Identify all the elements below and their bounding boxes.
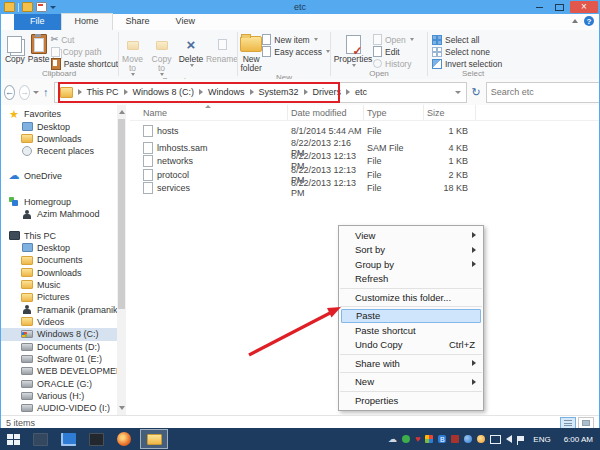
sidebar-item-webdev-f[interactable]: WEB DEVELOPMENT (F:)	[0, 365, 117, 377]
tab-file[interactable]: File	[14, 14, 61, 30]
bluetooth-icon[interactable]: B	[438, 435, 446, 443]
recent-locations-caret-icon[interactable]	[33, 91, 39, 94]
action-center-flag-icon[interactable]	[517, 436, 524, 441]
menu-item-view[interactable]: View	[339, 228, 483, 243]
sidebar-item-windows8-c[interactable]: Windows 8 (C:)	[0, 328, 117, 340]
scroll-up-icon[interactable]	[119, 110, 125, 114]
search-input[interactable]	[487, 87, 600, 97]
sidebar-item-pc-music[interactable]: Music	[0, 279, 117, 291]
history-button[interactable]: History	[373, 58, 414, 69]
open-button[interactable]: Open	[373, 34, 414, 45]
language-indicator[interactable]: ENG	[533, 435, 550, 444]
minimize-ribbon-icon[interactable]	[572, 19, 578, 23]
crumb-windows[interactable]: Windows	[208, 87, 245, 97]
column-header-type[interactable]: Type	[364, 105, 424, 120]
menu-item-refresh[interactable]: Refresh	[339, 272, 483, 287]
file-explorer-taskbar-button[interactable]	[140, 429, 168, 449]
hidden-icons-cloud-icon[interactable]: ☁	[388, 435, 397, 443]
tab-view[interactable]: View	[163, 14, 208, 30]
scrollbar-thumb[interactable]	[118, 119, 125, 309]
easy-access-button[interactable]: Easy access	[262, 46, 330, 57]
sidebar-section-this-pc[interactable]: This PC	[0, 229, 117, 241]
move-to-button[interactable]: Move to	[119, 32, 146, 76]
address-dropdown-caret-icon[interactable]	[455, 91, 461, 94]
sidebar-item-audio-video-i[interactable]: AUDIO-VIDEO (I:)	[0, 402, 117, 414]
sidebar-item-documents-d[interactable]: Documents (D:)	[0, 341, 117, 353]
menu-item-share-with[interactable]: Share with	[339, 356, 483, 371]
menu-item-undo-copy[interactable]: Undo CopyCtrl+Z	[339, 338, 483, 353]
menu-item-new[interactable]: New	[339, 375, 483, 390]
new-item-button[interactable]: New item	[262, 34, 330, 45]
column-header-size[interactable]: Size	[424, 105, 476, 120]
close-button[interactable]: ×	[570, 1, 598, 13]
file-row-lmhosts[interactable]: lmhosts.sam 8/22/2013 2:16 PM SAM File 4…	[130, 138, 600, 152]
select-all-button[interactable]: Select all	[432, 34, 502, 45]
network-icon[interactable]	[490, 435, 501, 444]
taskbar-dark-app-icon[interactable]	[89, 433, 104, 446]
taskbar-pinned-app-icon[interactable]	[33, 433, 48, 446]
file-row-hosts[interactable]: hosts 8/1/2014 5:44 AM File 1 KB	[130, 124, 600, 138]
breadcrumb[interactable]: This PC Windows 8 (C:) Windows System32 …	[54, 82, 467, 103]
sidebar-item-recent-places[interactable]: Recent places	[0, 145, 117, 157]
menu-item-properties[interactable]: Properties	[339, 393, 483, 408]
crumb-system32[interactable]: System32	[259, 87, 299, 97]
delete-button[interactable]: × Delete	[177, 32, 205, 67]
sidebar-item-azim-mahmood[interactable]: Azim Mahmood	[0, 208, 117, 220]
menu-item-customize-folder[interactable]: Customize this folder...	[339, 290, 483, 305]
clock[interactable]: 6:00 AM	[564, 435, 593, 444]
sidebar-section-onedrive[interactable]: ☁OneDrive	[0, 169, 117, 181]
sidebar-item-desktop[interactable]: Desktop	[0, 120, 117, 132]
tray-green-app-icon[interactable]	[402, 435, 410, 443]
menu-item-sort-by[interactable]: Sort by	[339, 243, 483, 258]
edit-button[interactable]: Edit	[373, 46, 414, 57]
rename-button[interactable]: Rename	[207, 32, 237, 64]
tray-heart-icon[interactable]: ♥	[415, 435, 420, 443]
column-header-modified[interactable]: Date modified	[288, 105, 364, 120]
new-folder-button[interactable]: New folder	[240, 32, 262, 73]
column-header-name[interactable]: Name	[140, 105, 288, 120]
firefox-icon[interactable]	[117, 432, 131, 446]
refresh-icon[interactable]: ↻	[472, 86, 481, 99]
start-button[interactable]	[7, 434, 20, 445]
properties-button[interactable]: ✓ Properties	[333, 32, 373, 67]
crumb-drivers[interactable]: Drivers	[313, 87, 342, 97]
thumbnail-view-button[interactable]	[578, 417, 594, 429]
tray-drive-app-icon[interactable]	[425, 435, 433, 443]
sidebar-section-favorites[interactable]: ★Favorites	[0, 108, 117, 120]
sidebar-item-pc-documents[interactable]: Documents	[0, 254, 117, 266]
menu-item-group-by[interactable]: Group by	[339, 257, 483, 272]
sidebar-item-pc-desktop[interactable]: Desktop	[0, 242, 117, 254]
sidebar-item-software-e[interactable]: Software 01 (E:)	[0, 353, 117, 365]
sidebar-item-pc-videos[interactable]: Videos	[0, 316, 117, 328]
tab-share[interactable]: Share	[113, 14, 163, 30]
paste-shortcut-button[interactable]: Paste shortcut	[51, 58, 118, 69]
restore-button[interactable]	[550, 1, 568, 13]
menu-item-paste[interactable]: Paste	[341, 309, 481, 324]
menu-item-paste-shortcut[interactable]: Paste shortcut	[339, 323, 483, 338]
back-button[interactable]: ←	[4, 85, 15, 100]
sidebar-item-pc-pictures[interactable]: Pictures	[0, 291, 117, 303]
sidebar-scrollbar[interactable]	[117, 105, 126, 415]
tab-home[interactable]: Home	[61, 13, 113, 30]
up-button[interactable]: ↑	[43, 86, 49, 98]
sidebar-item-various-h[interactable]: Various (H:)	[0, 390, 117, 402]
sidebar-item-pramanik[interactable]: Pramanik (pramanik-pc)	[0, 303, 117, 315]
cut-button[interactable]: ✂Cut	[51, 34, 118, 45]
crumb-etc[interactable]: etc	[355, 87, 367, 97]
copy-button[interactable]: Copy	[3, 32, 27, 64]
details-view-button[interactable]	[560, 417, 576, 429]
copy-to-button[interactable]: Copy to	[148, 32, 175, 76]
scroll-down-icon[interactable]	[119, 406, 125, 410]
help-icon[interactable]: ?	[584, 16, 594, 26]
tray-red-app-icon[interactable]	[451, 435, 459, 443]
sidebar-item-downloads[interactable]: Downloads	[0, 133, 117, 145]
taskbar-blue-app-icon[interactable]	[61, 433, 76, 446]
select-none-button[interactable]: Select none	[432, 46, 502, 57]
sidebar-item-pc-downloads[interactable]: Downloads	[0, 266, 117, 278]
tray-globe-icon[interactable]	[464, 435, 472, 443]
invert-selection-button[interactable]: Invert selection	[432, 58, 502, 69]
crumb-drive-c[interactable]: Windows 8 (C:)	[133, 87, 195, 97]
forward-button[interactable]: →	[19, 85, 30, 100]
paste-button[interactable]: Paste	[27, 32, 51, 64]
sidebar-section-homegroup[interactable]: Homegroup	[0, 196, 117, 208]
